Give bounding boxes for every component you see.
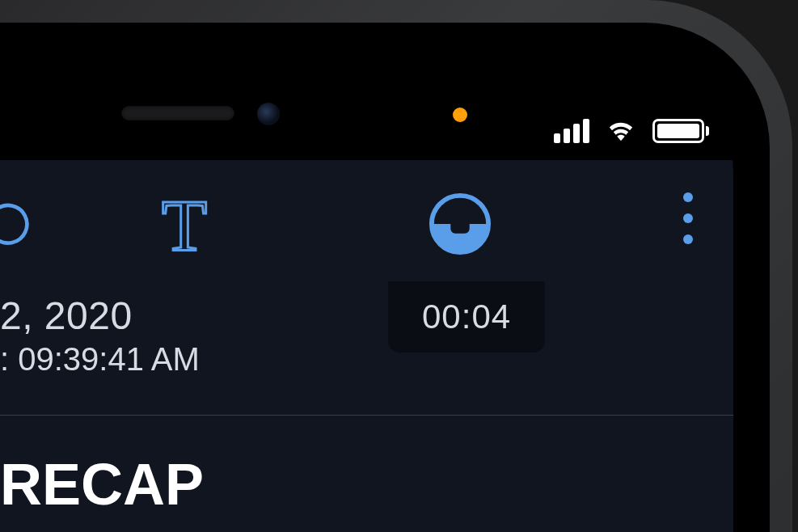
time-label: : 09:39:41 AM — [0, 341, 200, 378]
notch — [0, 59, 380, 160]
heading-text: RECAP — [0, 451, 204, 517]
text-tool-button[interactable]: T — [162, 183, 207, 268]
front-camera — [257, 103, 280, 125]
microphone-indicator-dot — [453, 108, 467, 122]
bezel: T 00:04 — [0, 23, 770, 532]
divider — [0, 415, 733, 416]
status-bar — [554, 117, 709, 145]
battery-icon — [652, 119, 709, 143]
document-meta: 2, 2020 : 09:39:41 AM — [0, 293, 200, 378]
phone-frame: T 00:04 — [0, 0, 792, 532]
cellular-signal-icon — [554, 119, 589, 143]
svg-rect-1 — [450, 214, 469, 233]
more-options-button[interactable] — [683, 192, 693, 244]
recording-timer: 00:04 — [388, 281, 545, 353]
dots-vertical-icon — [683, 234, 693, 244]
date-label: 2, 2020 — [0, 293, 200, 338]
app-surface: T 00:04 — [0, 160, 733, 532]
screen: T 00:04 — [0, 59, 733, 532]
wifi-icon — [604, 117, 638, 145]
undo-button[interactable] — [0, 196, 36, 253]
record-button[interactable] — [429, 192, 492, 255]
earpiece-speaker — [121, 106, 234, 120]
document-content[interactable]: RECAP — [0, 451, 204, 517]
dots-vertical-icon — [683, 192, 693, 202]
dots-vertical-icon — [683, 213, 693, 223]
toolbar: T — [0, 160, 733, 281]
